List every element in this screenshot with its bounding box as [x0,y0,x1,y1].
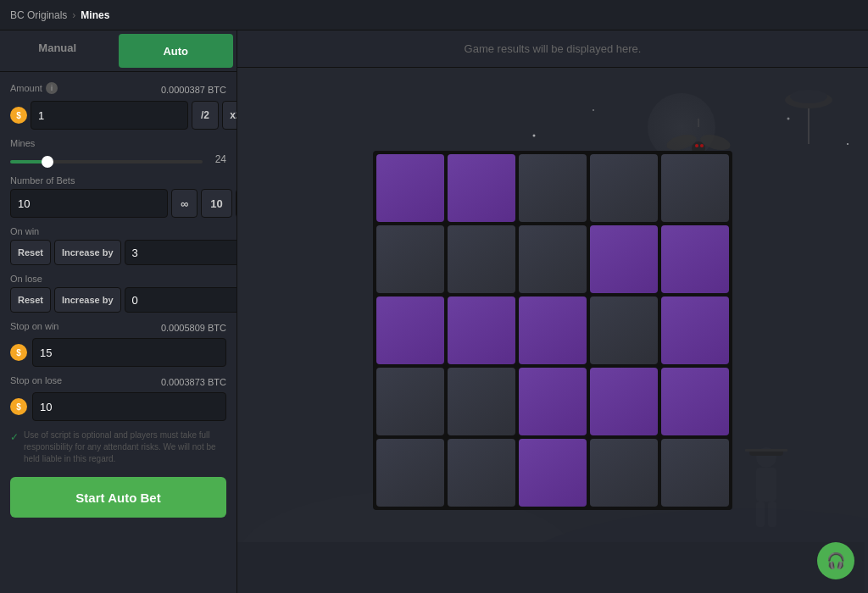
svg-rect-21 [756,468,776,502]
stop-on-win-label: Stop on win [10,321,58,331]
mine-cell[interactable] [448,154,515,222]
on-lose-row: Reset Increase by % [10,287,226,313]
double-button[interactable]: x2 [222,101,237,130]
on-lose-label: On lose [10,274,226,284]
amount-label: Amount i [10,82,58,94]
on-lose-increase-button[interactable]: Increase by [54,287,121,313]
on-lose-section: On lose Reset Increase by % [10,274,226,313]
breadcrumb-chevron: › [72,9,75,21]
left-panel: Manual Auto Amount i 0.0000387 BTC $ /2 [0,30,237,593]
mine-cell[interactable] [590,225,658,293]
stop-on-win-btc: 0.0005809 BTC [161,323,226,333]
mine-cell[interactable] [448,296,515,364]
on-lose-value-input[interactable] [125,287,237,313]
umbrella-decoration [783,76,834,144]
mine-cell[interactable] [448,225,515,293]
results-bar: Game results will be displayed here. [237,30,868,68]
mine-cell[interactable] [661,296,729,364]
mine-cell[interactable] [448,439,515,507]
stop-on-lose-label-row: Stop on lose 0.0003873 BTC [10,375,226,389]
mines-row: 24 [10,152,226,167]
mine-cell[interactable] [376,368,444,435]
game-area: 🎧 [237,68,868,593]
stop-on-lose-input[interactable] [32,392,226,421]
mine-cell[interactable] [519,439,587,507]
tab-manual[interactable]: Manual [0,30,115,64]
svg-point-28 [790,90,827,103]
tab-auto[interactable]: Auto [119,34,234,68]
mine-cell[interactable] [590,439,658,507]
stop-on-win-row: $ [10,338,226,367]
mine-cell[interactable] [376,439,444,507]
support-button[interactable]: 🎧 [817,542,854,579]
mines-slider[interactable] [10,160,203,163]
mine-cell[interactable] [519,225,587,293]
mine-cell[interactable] [661,225,729,293]
bets-infinity-button[interactable]: ∞ [171,189,198,218]
stop-on-win-label-row: Stop on win 0.0005809 BTC [10,321,226,335]
mine-cell[interactable] [376,296,444,364]
mine-cell[interactable] [376,225,444,293]
on-lose-reset-button[interactable]: Reset [10,287,51,313]
mine-cell[interactable] [519,154,587,222]
svg-rect-23 [745,449,787,452]
parent-link[interactable]: BC Originals [10,9,67,21]
amount-input[interactable] [31,101,188,130]
mines-max-value: 24 [209,153,226,165]
svg-point-5 [533,135,536,137]
number-of-bets-section: Number of Bets ∞ 10 100 [10,175,226,218]
amount-btc: 0.0000387 BTC [161,85,226,95]
panel-content: Amount i 0.0000387 BTC $ /2 x2 ▲ ▼ [0,72,236,593]
stop-win-coin-icon: $ [10,344,27,361]
results-message: Game results will be displayed here. [465,42,642,55]
mine-cell[interactable] [590,296,658,364]
svg-point-16 [700,144,704,147]
tabs-container: Manual Auto [0,30,236,72]
stop-on-lose-label: Stop on lose [10,375,62,385]
mine-cell[interactable] [590,154,658,222]
half-button[interactable]: /2 [192,101,219,130]
on-win-label: On win [10,226,226,236]
mine-cell[interactable] [661,368,729,435]
svg-point-9 [847,143,849,145]
mines-label: Mines [10,138,226,148]
stop-on-win-section: Stop on win 0.0005809 BTC $ [10,321,226,367]
amount-label-row: Amount i 0.0000387 BTC [10,82,226,97]
top-bar: BC Originals › Mines [0,0,868,30]
stop-on-lose-section: Stop on lose 0.0003873 BTC $ [10,375,226,421]
mine-grid [373,151,732,510]
main-layout: Manual Auto Amount i 0.0000387 BTC $ /2 [0,30,868,593]
start-auto-bet-button[interactable]: Start Auto Bet [10,477,226,518]
mine-cell[interactable] [376,154,444,222]
amount-info-icon[interactable]: i [46,82,58,94]
on-win-value-input[interactable] [125,240,237,265]
bets-10-button[interactable]: 10 [201,189,231,218]
mines-section: Mines 24 [10,138,226,167]
coin-icon: $ [10,107,27,124]
svg-rect-25 [768,502,776,527]
on-win-row: Reset Increase by % [10,240,226,265]
mine-cell[interactable] [448,368,515,435]
stop-lose-coin-icon: $ [10,398,27,415]
stop-on-win-input[interactable] [32,338,226,367]
stop-on-lose-row: $ [10,392,226,421]
svg-point-6 [593,109,594,111]
mine-cell[interactable] [661,439,729,507]
svg-point-15 [695,144,698,147]
mine-cell[interactable] [661,154,729,222]
mine-cell[interactable] [590,368,658,435]
amount-row: $ /2 x2 ▲ ▼ [10,101,226,130]
bets-input[interactable] [10,189,168,218]
pirate-decoration [732,441,800,542]
on-win-section: On win Reset Increase by % [10,226,226,265]
disclaimer-text: Use of script is optional and players mu… [24,430,226,465]
mine-cell[interactable] [519,296,587,364]
on-win-increase-button[interactable]: Increase by [54,240,121,265]
mine-cell[interactable] [519,368,587,435]
amount-section: Amount i 0.0000387 BTC $ /2 x2 ▲ ▼ [10,82,226,130]
mines-slider-container [10,152,203,167]
right-panel: Game results will be displayed here. [237,30,868,593]
current-page-label: Mines [81,9,109,21]
on-win-reset-button[interactable]: Reset [10,240,51,265]
stop-on-lose-btc: 0.0003873 BTC [161,377,226,387]
